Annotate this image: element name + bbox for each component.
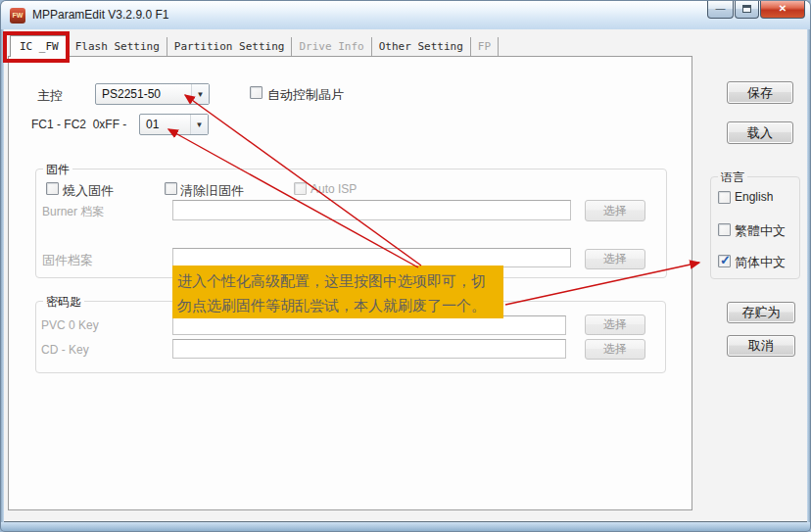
window-border-bottom [0, 522, 811, 532]
maximize-icon [742, 5, 751, 13]
minimize-button[interactable]: — [707, 1, 734, 19]
title-bar[interactable]: FW MPParamEdit V3.2.9.0 F1 — ✕ [0, 0, 811, 29]
auto-chip-label: 自动控制晶片 [267, 86, 344, 104]
auto-chip-checkbox[interactable]: ✓ [250, 86, 262, 99]
language-traditional-label: 繁體中文 [735, 222, 786, 240]
burner-file-label: Burner 档案 [42, 204, 104, 220]
load-button[interactable]: 载入 [727, 121, 793, 144]
controller-value: PS2251-50 [96, 87, 191, 101]
window-title: MPParamEdit V3.2.9.0 F1 [32, 8, 168, 22]
chevron-down-icon[interactable]: ▼ [191, 84, 209, 104]
tab-drive-info[interactable]: Drive Info [292, 37, 371, 56]
annotation-note: 进入个性化高级配置，这里按图中选项即可，切 勿点选刷固件等胡乱尝试，本人就刷废了… [172, 266, 503, 318]
close-button[interactable]: ✕ [760, 1, 805, 19]
burner-file-select-button[interactable]: 选择 [585, 200, 645, 221]
tab-highlight-rectangle [3, 31, 70, 63]
cancel-button[interactable]: 取消 [727, 335, 795, 357]
auto-isp-checkbox[interactable]: ✓ [294, 182, 307, 195]
save-button[interactable]: 保存 [727, 81, 793, 104]
window-border-right [807, 29, 811, 522]
pvc-key-label: PVC 0 Key [41, 318, 99, 332]
language-traditional-checkbox[interactable]: ✓ [718, 223, 731, 236]
controller-combobox[interactable]: PS2251-50 ▼ [95, 83, 210, 105]
tab-fp[interactable]: FP [471, 37, 499, 56]
close-icon: ✕ [779, 3, 787, 14]
chevron-down-icon[interactable]: ▼ [190, 115, 208, 134]
burn-firmware-label: 燒入固件 [63, 182, 114, 200]
cd-key-select-button[interactable]: 选择 [585, 339, 645, 360]
controller-label: 主控 [37, 87, 63, 105]
auto-isp-label: Auto ISP [310, 182, 357, 196]
language-group-title: 语言 [718, 169, 747, 186]
tab-strip: IC _FW Flash Setting Partition Setting D… [10, 37, 499, 56]
mpparamedit-window: { "window": { "title": "MPParamEdit V3.2… [0, 0, 811, 532]
firmware-file-label: 固件档案 [42, 252, 93, 269]
language-simplified-checkbox[interactable]: ✓ [718, 255, 731, 267]
minimize-icon: — [716, 3, 726, 14]
save-as-button[interactable]: 存贮为 [727, 302, 795, 323]
pvc-key-select-button[interactable]: 选择 [585, 314, 645, 335]
fc-label: FC1 - FC2 0xFF - [31, 118, 126, 131]
language-simplified-label: 简体中文 [735, 254, 786, 271]
language-english-label: English [735, 190, 773, 204]
burner-file-input[interactable] [172, 200, 571, 220]
burn-firmware-checkbox[interactable]: ✓ [46, 182, 59, 195]
annotation-line1: 进入个性化高级配置，这里按图中选项即可，切 [177, 272, 486, 289]
fc-value: 01 [140, 118, 190, 131]
fc-combobox[interactable]: 01 ▼ [139, 114, 209, 135]
password-key-group-title: 密码匙 [43, 294, 84, 311]
pvc-key-input[interactable] [172, 315, 566, 335]
firmware-file-input[interactable] [172, 248, 571, 267]
clear-firmware-label: 清除旧固件 [180, 182, 244, 200]
tab-other-setting[interactable]: Other Setting [372, 37, 471, 56]
tab-flash-setting[interactable]: Flash Setting [69, 37, 167, 56]
firmware-group-title: 固件 [43, 162, 72, 178]
firmware-file-select-button[interactable]: 选择 [585, 249, 645, 269]
maximize-button[interactable] [735, 1, 759, 19]
annotation-line2: 勿点选刷固件等胡乱尝试，本人就刷废了一个。 [177, 297, 486, 314]
clear-firmware-checkbox[interactable]: ✓ [165, 182, 177, 195]
check-icon: ✓ [720, 253, 731, 267]
tab-partition-setting[interactable]: Partition Setting [167, 37, 293, 56]
app-icon: FW [10, 8, 25, 24]
language-english-checkbox[interactable]: ✓ [718, 191, 731, 204]
cd-key-label: CD - Key [41, 343, 89, 357]
cd-key-input[interactable] [172, 339, 566, 359]
